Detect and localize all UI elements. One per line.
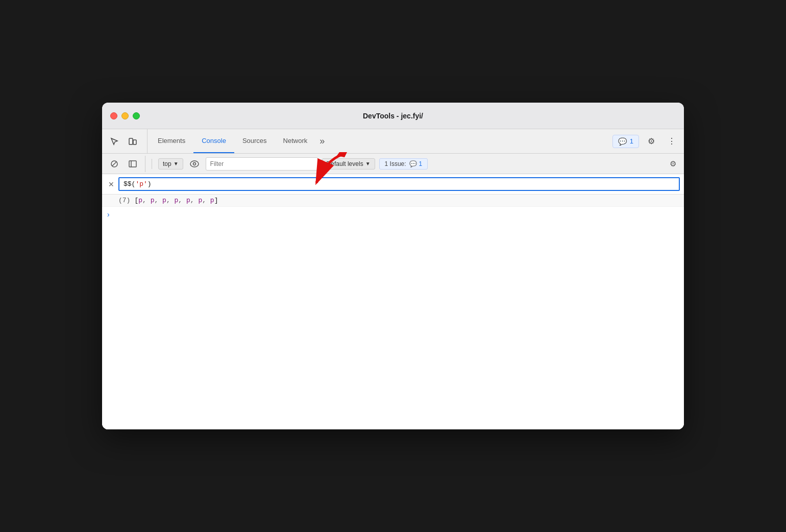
output-tag-1: p — [138, 197, 142, 204]
devtools-window: DevTools - jec.fyi/ — [102, 103, 684, 429]
output-tag-7: p — [210, 197, 214, 204]
svg-rect-1 — [133, 140, 136, 144]
output-tag-3: p — [162, 197, 166, 204]
svg-rect-5 — [129, 161, 136, 167]
input-text-dollar: $$('p') — [124, 180, 152, 188]
log-levels-button[interactable]: Default levels ▼ — [322, 158, 375, 170]
settings-button[interactable]: ⚙ — [643, 133, 659, 150]
console-clear-inline-button[interactable]: ✕ — [106, 179, 116, 189]
console-toolbar-left — [106, 156, 145, 172]
sidebar-toggle-button[interactable] — [125, 156, 141, 172]
console-prompt-chevron[interactable]: › — [106, 211, 110, 219]
console-toolbar: top ▼ Default levels ▼ 1 Issue: 💬 1 ⚙ — [102, 154, 684, 174]
svg-rect-0 — [129, 138, 133, 144]
tab-console[interactable]: Console — [193, 129, 234, 153]
clear-console-button[interactable] — [106, 156, 122, 172]
separator-1 — [152, 159, 152, 169]
tab-elements[interactable]: Elements — [150, 129, 193, 153]
minimize-button[interactable] — [121, 112, 129, 119]
chat-icon: 💬 — [409, 160, 417, 167]
title-bar: DevTools - jec.fyi/ — [102, 103, 684, 129]
more-options-button[interactable]: ⋮ — [664, 133, 680, 150]
window-title: DevTools - jec.fyi/ — [363, 112, 423, 120]
chevron-down-icon: ▼ — [174, 161, 179, 166]
svg-line-4 — [112, 162, 116, 166]
tab-bar: Elements Console Sources Network » 💬 — [102, 129, 684, 154]
tab-sources[interactable]: Sources — [234, 129, 275, 153]
inspect-element-button[interactable] — [106, 133, 122, 150]
console-input[interactable]: $$('p') — [118, 177, 680, 191]
filter-input[interactable] — [206, 157, 318, 171]
chat-icon: 💬 — [618, 137, 627, 146]
issues-badge-button[interactable]: 💬 1 — [612, 135, 639, 148]
console-settings-button[interactable]: ⚙ — [666, 157, 680, 171]
device-toolbar-button[interactable] — [125, 133, 141, 150]
svg-point-8 — [193, 162, 195, 165]
maximize-button[interactable] — [133, 112, 140, 119]
console-input-row: ✕ $$('p') — [102, 174, 684, 195]
chevron-down-icon: ▼ — [365, 161, 371, 166]
output-count: (7) — [118, 197, 130, 204]
output-value: [p, p, p, p, p, p, p] — [134, 197, 218, 204]
main-tabs: Elements Console Sources Network » — [150, 129, 608, 153]
devtools-panel: Elements Console Sources Network » 💬 — [102, 129, 684, 429]
tab-bar-icons — [106, 129, 148, 153]
issues-count-badge: 💬 1 — [409, 160, 423, 167]
issues-button[interactable]: 1 Issue: 💬 1 — [379, 158, 428, 170]
close-button[interactable] — [110, 112, 117, 119]
live-expressions-button[interactable] — [187, 157, 202, 171]
context-selector[interactable]: top ▼ — [158, 158, 183, 170]
output-tag-5: p — [186, 197, 190, 204]
console-content: ✕ $$('p') (7) [p, p, p, p, p, p, p] — [102, 174, 684, 429]
console-prompt-row: › — [102, 207, 684, 223]
tab-bar-right: 💬 1 ⚙ ⋮ — [608, 129, 680, 153]
more-tabs-button[interactable]: » — [315, 129, 329, 153]
svg-point-7 — [190, 161, 199, 167]
traffic-lights — [110, 112, 140, 119]
console-output-row: (7) [p, p, p, p, p, p, p] — [102, 195, 684, 207]
tab-network[interactable]: Network — [275, 129, 316, 153]
